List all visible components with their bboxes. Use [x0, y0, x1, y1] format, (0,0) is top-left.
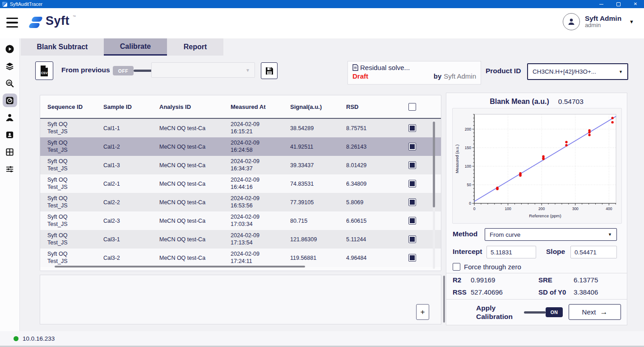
- settings-sliders-icon: [5, 164, 14, 174]
- force-through-zero-checkbox[interactable]: [453, 263, 460, 271]
- svg-text:100: 100: [465, 164, 471, 169]
- blank-mean-label: Blank Mean (a.u.): [490, 98, 549, 106]
- menu-hamburger-icon[interactable]: [6, 18, 18, 28]
- sidebar: [0, 38, 20, 331]
- row-checkbox[interactable]: [408, 161, 416, 169]
- table-horizontal-scrollbar[interactable]: [55, 266, 305, 267]
- cell-analysis-id: MeCN OQ test-Ca: [159, 181, 231, 187]
- solve-title: Residual solve...: [360, 64, 410, 71]
- svg-text:300: 300: [572, 206, 579, 211]
- sidebar-item-settings[interactable]: [3, 162, 17, 176]
- apply-calibration-label: Apply Calibration: [476, 304, 521, 321]
- table-row[interactable]: Syft OQ Test_JSCal1-3MeCN OQ test-Ca2024…: [40, 156, 441, 174]
- sidebar-item-operator[interactable]: [3, 111, 17, 124]
- cell-analysis-id: MeCN OQ test-Ca: [159, 255, 231, 261]
- brand-trademark: ™: [73, 15, 76, 18]
- status-bar: 10.0.16.233: [0, 331, 644, 347]
- table-row[interactable]: Syft OQ Test_JSCal1-2MeCN OQ test-Ca2024…: [40, 137, 441, 156]
- table-row[interactable]: Syft OQ Test_JSCal2-2MeCN OQ test-Ca2024…: [40, 193, 441, 211]
- sidebar-item-search-analysis[interactable]: [3, 76, 17, 90]
- table-body: Syft OQ Test_JSCal1-1MeCN OQ test-Ca2024…: [40, 119, 441, 267]
- cell-sequence-id: Syft OQ Test_JS: [47, 121, 79, 135]
- table-row[interactable]: Syft OQ Test_JSCal3-1MeCN OQ test-Ca2024…: [40, 230, 441, 249]
- page-vertical-scrollbar[interactable]: [443, 276, 445, 323]
- slope-field[interactable]: [570, 246, 617, 258]
- table-vertical-scrollbar[interactable]: [433, 122, 435, 207]
- cell-sequence-id: Syft OQ Test_JS: [47, 251, 79, 265]
- svg-text:200: 200: [465, 127, 471, 131]
- table-row[interactable]: Syft OQ Test_JSCal2-3MeCN OQ test-Ca2024…: [40, 211, 441, 230]
- sidebar-item-contacts[interactable]: [3, 128, 17, 141]
- svg-text:Measured (a.u.): Measured (a.u.): [455, 145, 459, 174]
- cell-sample-id: Cal2-1: [103, 181, 159, 187]
- sidebar-item-run[interactable]: [3, 42, 17, 56]
- sidebar-item-data-grid[interactable]: [3, 145, 17, 159]
- cell-signal: 80.715: [290, 218, 346, 224]
- row-checkbox[interactable]: [408, 124, 416, 132]
- row-checkbox[interactable]: [408, 143, 416, 150]
- cell-rsd: 5.11244: [346, 236, 389, 243]
- close-button[interactable]: ✕: [627, 0, 644, 8]
- select-all-checkbox[interactable]: [408, 103, 416, 111]
- arrow-right-icon: →: [600, 308, 607, 317]
- restore-button[interactable]: [610, 0, 627, 8]
- next-button[interactable]: Next →: [569, 304, 621, 320]
- table-row[interactable]: Syft OQ Test_JSCal1-1MeCN OQ test-Ca2024…: [40, 119, 441, 137]
- save-button[interactable]: [261, 62, 278, 79]
- tab-calibrate[interactable]: Calibrate: [104, 38, 167, 56]
- row-checkbox[interactable]: [408, 217, 416, 225]
- tab-report[interactable]: Report: [167, 38, 223, 56]
- calibration-table: Sequence ID Sample ID Analysis ID Measur…: [40, 95, 441, 271]
- user-menu[interactable]: Syft Admin admin ▼: [563, 13, 634, 30]
- add-button[interactable]: +: [416, 304, 429, 320]
- product-id-label: Product ID: [486, 67, 521, 75]
- col-measured-at: Measured At: [231, 103, 271, 110]
- force-through-zero-row[interactable]: Force through zero: [453, 263, 521, 271]
- sidebar-item-layers[interactable]: [3, 59, 17, 73]
- cell-sample-id: Cal2-2: [103, 199, 159, 206]
- table-row[interactable]: Syft OQ Test_JSCal3-2MeCN OQ test-Ca2024…: [40, 249, 441, 267]
- sidebar-item-calibration[interactable]: [3, 94, 17, 107]
- row-checkbox[interactable]: [408, 198, 416, 206]
- main-content: Blank Subtract Calibrate Report CSV From…: [20, 38, 644, 331]
- cell-rsd: 8.75751: [346, 125, 389, 131]
- app-icon: [2, 2, 7, 7]
- data-grid-icon: [5, 147, 14, 157]
- cell-measured-at: 2024-02-09 17:24:11: [231, 251, 271, 265]
- from-previous-label: From previous: [61, 66, 110, 74]
- force-through-zero-label: Force through zero: [464, 263, 521, 271]
- document-icon: [352, 64, 358, 71]
- product-id-value: CH3CN.H+[42]/H3O+...: [533, 68, 619, 75]
- calibration-scale-icon: [5, 96, 14, 105]
- cell-rsd: 4.96484: [346, 255, 389, 261]
- cell-measured-at: 2024-02-09 16:24:58: [231, 140, 271, 154]
- cell-rsd: 8.01429: [346, 162, 389, 169]
- row-checkbox[interactable]: [408, 254, 416, 262]
- cell-signal: 77.39105: [290, 199, 346, 206]
- cell-rsd: 6.34809: [346, 181, 389, 187]
- export-csv-button[interactable]: CSV: [35, 61, 53, 80]
- tab-blank-subtract[interactable]: Blank Subtract: [21, 38, 104, 56]
- row-checkbox[interactable]: [408, 180, 416, 188]
- cell-analysis-id: MeCN OQ test-Ca: [159, 236, 231, 243]
- row-checkbox[interactable]: [408, 235, 416, 243]
- svg-text:200: 200: [538, 206, 545, 211]
- previous-calibration-select[interactable]: ▼: [151, 62, 255, 78]
- chevron-down-icon: ▼: [619, 70, 623, 74]
- intercept-field[interactable]: [486, 246, 536, 258]
- blank-mean-value: 0.54703: [558, 98, 584, 106]
- minimize-button[interactable]: [593, 0, 610, 8]
- col-signal: Signal(a.u.): [290, 103, 346, 110]
- notes-panel: +: [40, 275, 441, 324]
- r2-label: R2: [453, 276, 471, 284]
- product-id-select[interactable]: CH3CN.H+[42]/H3O+... ▼: [527, 63, 628, 80]
- connection-status-icon: [14, 336, 19, 341]
- cell-signal: 41.92511: [290, 144, 346, 150]
- method-select[interactable]: From curve ▼: [485, 228, 617, 241]
- cell-sequence-id: Syft OQ Test_JS: [47, 140, 79, 154]
- apply-calibration-toggle[interactable]: ON: [524, 307, 563, 317]
- cell-measured-at: 2024-02-09 17:13:54: [231, 232, 271, 246]
- fit-statistics: R2 0.99169 SRE 6.13775 RSS 527.40696 SD …: [453, 276, 621, 296]
- cell-signal: 39.33437: [290, 162, 346, 169]
- table-row[interactable]: Syft OQ Test_JSCal2-1MeCN OQ test-Ca2024…: [40, 174, 441, 193]
